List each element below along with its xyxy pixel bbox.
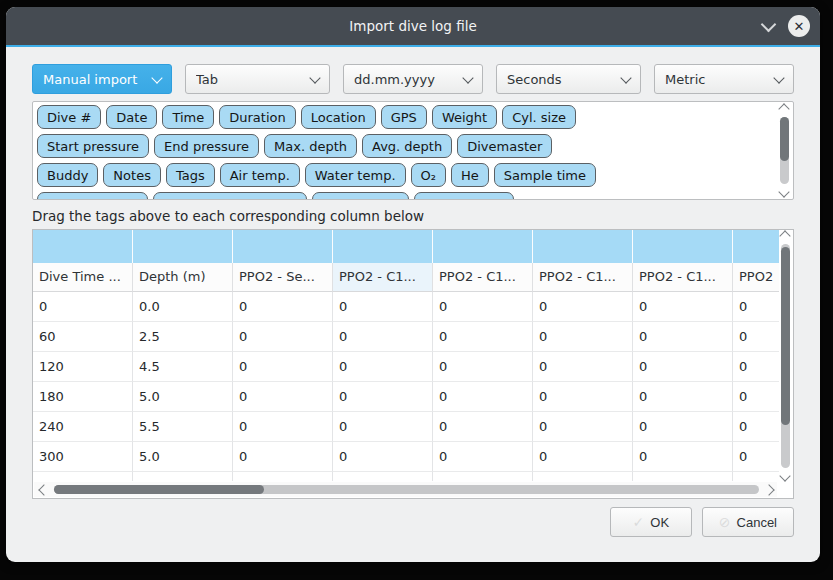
tag-he[interactable]: He: [451, 163, 489, 187]
table-cell: 0: [233, 322, 333, 352]
tag-buddy[interactable]: Buddy: [37, 163, 98, 187]
tag-end-pressure[interactable]: End pressure: [154, 134, 259, 158]
table-cell: 0: [533, 382, 633, 412]
table-horizontal-scrollbar[interactable]: [34, 482, 777, 497]
tag-gps[interactable]: GPS: [381, 105, 427, 129]
table-row: 00.0000000: [33, 292, 779, 322]
combo-units[interactable]: Metric: [654, 64, 794, 94]
chevron-down-icon: [462, 72, 473, 83]
scroll-right-icon[interactable]: [763, 484, 774, 495]
table-cell: 0: [333, 442, 433, 472]
table-row: 1204.5000000: [33, 352, 779, 382]
table-hscrollbar-thumb[interactable]: [54, 485, 264, 494]
column-header[interactable]: PPO2 - Se...: [233, 263, 333, 292]
column-drop-target[interactable]: [533, 230, 633, 263]
tag-date[interactable]: Date: [106, 105, 157, 129]
drag-hint-label: Drag the tags above to each correspondin…: [32, 208, 794, 224]
tag-o[interactable]: O₂: [411, 163, 446, 187]
tag-notes[interactable]: Notes: [103, 163, 161, 187]
tag-sample-temperature[interactable]: Sample temperature: [153, 192, 308, 200]
tag-row: BuddyNotesTagsAir temp.Water temp.O₂HeSa…: [37, 163, 789, 187]
table-vertical-scrollbar[interactable]: [778, 232, 792, 480]
tags-vertical-scrollbar[interactable]: [777, 105, 791, 196]
column-drop-target[interactable]: [433, 230, 533, 263]
tag-sample-po[interactable]: Sample pO₂: [312, 192, 409, 200]
table-scrollbar-thumb[interactable]: [781, 247, 790, 425]
close-icon: ✕: [794, 20, 805, 33]
table-cell: 0: [533, 412, 633, 442]
title-bar: Import dive log file ✕: [6, 7, 820, 45]
tag-sample-cns[interactable]: Sample CNS: [414, 192, 514, 200]
scroll-down-icon[interactable]: [779, 470, 790, 481]
table-cell: 120: [33, 352, 133, 382]
table-cell: 0: [433, 412, 533, 442]
tag-air-temp[interactable]: Air temp.: [220, 163, 300, 187]
table-cell: [433, 472, 533, 481]
scroll-up-icon[interactable]: [779, 230, 790, 241]
column-header[interactable]: PPO2: [733, 263, 779, 292]
scroll-left-icon[interactable]: [38, 484, 49, 495]
table-cell: 0: [333, 292, 433, 322]
table-cell: 0: [533, 292, 633, 322]
tag-avg-depth[interactable]: Avg. depth: [362, 134, 452, 158]
column-header[interactable]: PPO2 - C1...: [433, 263, 533, 292]
table-cell: [133, 472, 233, 481]
ok-button[interactable]: ✓ OK: [610, 507, 692, 537]
combo-date-format[interactable]: dd.mm.yyyy: [343, 64, 483, 94]
column-drop-target[interactable]: [333, 230, 433, 263]
close-button[interactable]: ✕: [788, 15, 810, 37]
table-cell: 2.5: [133, 322, 233, 352]
column-header[interactable]: PPO2 - C1...: [333, 263, 433, 292]
titlebar-menu-chevron-down-icon[interactable]: [761, 16, 777, 32]
combo-field-separator-value: Tab: [196, 72, 303, 87]
column-header[interactable]: Depth (m): [133, 263, 233, 292]
combo-units-value: Metric: [665, 72, 767, 87]
table-cell: 0: [733, 292, 779, 322]
table-cell: 0: [533, 442, 633, 472]
table-cell: 0: [333, 352, 433, 382]
cancel-button[interactable]: ⊘ Cancel: [702, 507, 794, 537]
scroll-down-icon[interactable]: [778, 186, 789, 197]
tag-time[interactable]: Time: [162, 105, 214, 129]
combo-time-format[interactable]: Seconds: [496, 64, 641, 94]
table-cell: 180: [33, 382, 133, 412]
tag-location[interactable]: Location: [301, 105, 376, 129]
drop-target-row: [33, 230, 779, 263]
tag-water-temp[interactable]: Water temp.: [305, 163, 406, 187]
column-header[interactable]: PPO2 - C1...: [633, 263, 733, 292]
table-cell: 0: [633, 352, 733, 382]
tag-sample-time[interactable]: Sample time: [494, 163, 596, 187]
tag-pool: Dive #DateTimeDurationLocationGPSWeightC…: [32, 101, 794, 200]
tags-scrollbar-thumb[interactable]: [780, 117, 789, 161]
table-cell: 0: [333, 412, 433, 442]
tag-cyl-size[interactable]: Cyl. size: [502, 105, 576, 129]
table-cell: 0: [633, 382, 733, 412]
table-row: 3005.0000000: [33, 442, 779, 472]
tag-weight[interactable]: Weight: [432, 105, 497, 129]
column-drop-target[interactable]: [133, 230, 233, 263]
column-header[interactable]: PPO2 - C1...: [533, 263, 633, 292]
column-drop-target[interactable]: [733, 230, 779, 263]
combo-import-mode[interactable]: Manual import: [32, 64, 172, 94]
table-cell: 0: [433, 442, 533, 472]
tag-divemaster[interactable]: Divemaster: [457, 134, 552, 158]
tag-start-pressure[interactable]: Start pressure: [37, 134, 149, 158]
dialog-content: Manual importTabdd.mm.yyyySecondsMetric …: [6, 64, 820, 537]
table-cell: 0: [233, 292, 333, 322]
column-drop-target[interactable]: [633, 230, 733, 263]
combo-field-separator[interactable]: Tab: [185, 64, 330, 94]
table-cell: [633, 472, 733, 481]
column-header[interactable]: Dive Time ...: [33, 263, 133, 292]
table-cell: 0: [333, 382, 433, 412]
column-drop-target[interactable]: [233, 230, 333, 263]
tag-dive[interactable]: Dive #: [37, 105, 101, 129]
tag-tags[interactable]: Tags: [166, 163, 215, 187]
scroll-up-icon[interactable]: [778, 103, 789, 114]
tag-sample-depth[interactable]: Sample depth: [37, 192, 148, 200]
tag-max-depth[interactable]: Max. depth: [264, 134, 357, 158]
dialog-button-row: ✓ OK ⊘ Cancel: [32, 507, 794, 537]
tag-duration[interactable]: Duration: [219, 105, 295, 129]
table-cell: 0: [433, 322, 533, 352]
dialog-title: Import dive log file: [349, 18, 476, 34]
column-drop-target[interactable]: [33, 230, 133, 263]
